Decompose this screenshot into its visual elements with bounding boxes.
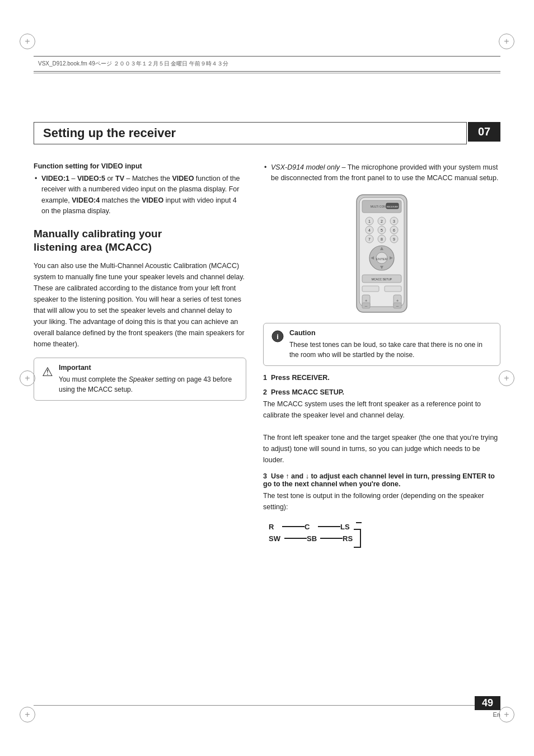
diag-r: R [269,523,282,531]
diag-sw: SW [269,534,284,543]
mcacc-body: You can also use the Multi-Channel Acous… [34,260,246,350]
step-2-num: 2 [263,388,267,396]
left-column: Function setting for VIDEO input VIDEO:1… [34,162,246,700]
step-1: 1 Press RECEIVER. [263,374,500,382]
svg-text:3: 3 [393,219,395,223]
svg-text:RECEIVER: RECEIVER [387,205,399,208]
main-content: Function setting for VIDEO input VIDEO:1… [34,162,500,700]
remote-illustration-area: MULTI CONTROL RECEIVER 1 2 3 4 5 6 7 [263,192,500,315]
bracket-svg [353,527,465,550]
mcacc-heading: Manually calibrating yourlistening area … [34,227,246,255]
svg-text:4: 4 [368,228,371,232]
step-3-body: The test tone is output in the following… [263,490,500,513]
step-2-body: The MCACC system uses the left front spe… [263,398,500,466]
caution-content: Caution These test tones can be loud, so… [289,329,492,360]
reg-mark-mid-right [499,370,514,386]
caution-title: Caution [289,329,492,337]
bottom-rule [34,705,500,706]
remote-svg: MULTI CONTROL RECEIVER 1 2 3 4 5 6 7 [348,192,415,315]
top-rule [34,73,500,73]
reg-mark-top-right [499,34,514,49]
important-icon: ⚠ [42,365,53,379]
svg-rect-33 [362,286,379,292]
step-2: 2 Press MCACC SETUP. The MCACC system us… [263,388,500,466]
diag-c: C [305,523,318,531]
file-info: VSX_D912.book.fm 49ページ ２００３年１２月５日 金曜日 午前… [38,60,228,68]
step-2-header: 2 Press MCACC SETUP. [263,388,500,396]
diag-line-4 [320,538,343,539]
step-1-header: 1 Press RECEIVER. [263,374,500,382]
svg-text:i: i [277,332,279,341]
step-3-num: 3 [263,472,267,480]
important-text: You must complete the Speaker setting on… [59,374,238,395]
diag-bracket-top [356,522,362,523]
diag-line-2 [318,526,340,527]
reg-mark-bottom-right [499,707,514,722]
svg-text:2: 2 [381,219,383,223]
svg-text:9: 9 [393,237,395,241]
caution-icon: i [271,330,284,344]
function-bullet-1: VIDEO:1 – VIDEO:5 or TV – Matches the VI… [34,173,246,217]
important-title: Important [59,364,238,372]
chapter-tag: 07 [468,122,500,142]
step-1-label: Press RECEIVER. [271,374,330,382]
header-bar: VSX_D912.book.fm 49ページ ２００３年１２月５日 金曜日 午前… [34,56,500,72]
section-title: Setting up the receiver [43,126,176,140]
caution-icon-svg: i [271,330,284,342]
svg-text:–: – [365,303,368,308]
top-bullet: VSX-D914 model only – The microphone pro… [263,162,500,184]
reg-mark-top-left [20,34,35,49]
page-number: 49 [475,696,500,710]
diag-line-3 [284,538,307,539]
diag-line-1 [282,526,305,527]
important-content: Important You must complete the Speaker … [59,364,238,395]
svg-text:–: – [396,303,399,308]
step-1-num: 1 [263,374,267,382]
page-lang: En [493,711,500,718]
svg-text:8: 8 [381,237,383,241]
svg-text:5: 5 [381,228,383,232]
function-bullets: VIDEO:1 – VIDEO:5 or TV – Matches the VI… [34,173,246,217]
svg-text:ENTER: ENTER [376,257,388,260]
step-3-label: Use ↑ and ↓ to adjust each channel level… [263,472,495,488]
reg-mark-bottom-left [20,707,35,722]
svg-text:MCACC SETUP: MCACC SETUP [372,277,392,280]
function-setting-heading: Function setting for VIDEO input [34,162,246,170]
important-box: ⚠ Important You must complete the Speake… [34,358,246,401]
speaker-diagram: R C LS SW SB RS [263,523,500,551]
caution-text: These test tones can be loud, so take ca… [289,340,492,360]
reg-mark-mid-left [20,370,35,386]
svg-rect-34 [385,286,401,292]
step-3-header: 3 Use ↑ and ↓ to adjust each channel lev… [263,472,500,488]
caution-box: i Caution These test tones can be loud, … [263,323,500,366]
step-3: 3 Use ↑ and ↓ to adjust each channel lev… [263,472,500,513]
diag-sb: SB [307,534,320,543]
right-column: VSX-D914 model only – The microphone pro… [263,162,500,700]
page-number-area: 49 En [475,696,500,718]
svg-text:1: 1 [368,219,371,223]
svg-text:6: 6 [393,228,395,232]
step-2-label: Press MCACC SETUP. [271,388,344,396]
section-title-box: Setting up the receiver [34,122,467,144]
svg-text:7: 7 [368,237,371,241]
